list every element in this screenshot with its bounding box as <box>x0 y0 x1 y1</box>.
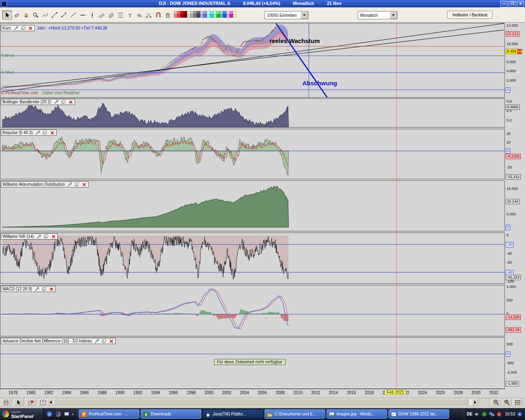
color-swatch[interactable] <box>213 11 217 14</box>
color-swatch[interactable] <box>207 14 210 18</box>
panel-williams-r[interactable] <box>0 233 505 284</box>
color-swatch[interactable] <box>207 11 210 14</box>
text-tool-icon[interactable]: T <box>125 11 135 20</box>
color-swatch[interactable] <box>180 14 184 18</box>
close-panel-icon[interactable] <box>109 339 114 344</box>
color-swatch[interactable] <box>174 11 177 14</box>
taskbar-button[interactable]: PProRealTime.com - ... <box>79 409 139 419</box>
extended-line-tool-icon[interactable] <box>68 11 78 20</box>
taskbar-button[interactable]: images.jpg - Windo... <box>326 409 387 419</box>
firefox-icon[interactable] <box>55 411 61 418</box>
trendline-tool-icon[interactable] <box>50 11 59 20</box>
color-swatch[interactable] <box>210 14 213 18</box>
color-swatch[interactable] <box>226 14 230 18</box>
color-swatch[interactable] <box>233 11 236 14</box>
color-swatch[interactable] <box>230 11 233 14</box>
wrench-icon[interactable] <box>35 130 40 135</box>
close-panel-icon[interactable] <box>51 234 56 239</box>
scroll-right-button[interactable] <box>472 399 479 406</box>
color-swatch[interactable] <box>203 11 207 14</box>
color-swatch[interactable] <box>220 11 223 14</box>
color-swatch[interactable] <box>230 14 233 18</box>
taskbar-button[interactable]: DOW 1986-2011 tar... <box>388 409 449 419</box>
close-panel-icon[interactable] <box>49 287 54 292</box>
panel-macd[interactable] <box>0 285 505 336</box>
color-swatch[interactable] <box>177 14 180 18</box>
disconnect-icon[interactable] <box>26 399 36 406</box>
time-axis[interactable]: 2032203020282026202420222020201820162014… <box>0 389 505 397</box>
color-swatch[interactable] <box>194 14 197 18</box>
pitchfork-tool-icon[interactable] <box>106 11 116 20</box>
duplicate-window-icon[interactable] <box>41 287 47 292</box>
scroll-left-button[interactable] <box>47 399 54 406</box>
indicator-backtest-button[interactable]: Indikator / Backtest <box>447 11 493 19</box>
color-swatch[interactable] <box>210 11 213 14</box>
table-view-icon[interactable] <box>38 399 48 406</box>
print-icon[interactable] <box>1 399 11 406</box>
color-swatch[interactable] <box>223 14 226 18</box>
color-swatch[interactable] <box>187 14 190 18</box>
update-icon[interactable]: ! <box>496 411 502 417</box>
color-swatch[interactable] <box>200 11 203 14</box>
wrench-icon[interactable] <box>53 100 59 105</box>
volume-icon[interactable] <box>474 411 480 417</box>
color-swatch[interactable] <box>226 11 230 14</box>
segment-tool-icon[interactable] <box>59 11 68 20</box>
color-swatch[interactable] <box>200 14 203 18</box>
zoom-out-icon[interactable] <box>491 399 501 406</box>
taskbar-button[interactable]: Java(TM) Platfor... <box>203 409 263 419</box>
color-swatch[interactable] <box>194 11 197 14</box>
price-axis-column[interactable]: 14.00012.31310.0008.450426.0004.0002.000… <box>505 23 525 398</box>
chevron-down-icon[interactable] <box>301 11 308 19</box>
language-indicator[interactable]: DE <box>467 412 472 416</box>
color-swatch[interactable] <box>203 14 207 18</box>
panel-bollinger[interactable] <box>0 98 505 128</box>
color-swatch[interactable] <box>184 11 187 14</box>
pointer-mode-icon[interactable] <box>14 399 23 406</box>
pointer-tool-icon[interactable] <box>2 11 12 20</box>
close-panel-icon[interactable] <box>82 182 87 187</box>
annotation-reeles-wachstum[interactable]: reeles Wachstum <box>269 37 320 44</box>
color-swatch[interactable] <box>217 14 220 18</box>
close-button[interactable]: ✕ <box>517 1 524 7</box>
titlebar[interactable]: DJI - DOW JONES INDUSTRIAL A 8.046,42 (+… <box>0 0 525 7</box>
panel-williams-ad[interactable] <box>0 180 505 231</box>
scissors-tool-icon[interactable] <box>144 11 153 20</box>
antivirus-shield-icon[interactable] <box>482 411 487 417</box>
scrollbar-thumb[interactable] <box>54 399 469 405</box>
close-panel-icon[interactable] <box>50 130 55 135</box>
duplicate-window-icon[interactable] <box>42 130 48 135</box>
wrench-icon[interactable] <box>67 182 72 187</box>
panel-kurs[interactable] <box>0 23 505 98</box>
quick-launch-overflow-chevron[interactable]: » <box>72 412 74 416</box>
color-swatch[interactable] <box>177 11 180 14</box>
taskbar-button[interactable]: Downloads <box>141 409 201 419</box>
freehand-tool-icon[interactable] <box>40 11 50 20</box>
duplicate-window-icon[interactable] <box>74 182 80 187</box>
color-swatch[interactable] <box>213 14 217 18</box>
percent-tool-icon[interactable]: % <box>135 11 144 20</box>
fit-chart-icon[interactable] <box>513 399 523 406</box>
color-swatch[interactable] <box>190 14 194 18</box>
vertical-line-tool-icon[interactable] <box>87 11 97 20</box>
color-swatch[interactable] <box>197 14 200 18</box>
duplicate-window-icon[interactable] <box>101 339 107 344</box>
internet-explorer-icon[interactable]: e <box>46 411 52 418</box>
eraser-tool-icon[interactable] <box>12 11 21 20</box>
tray-show-hidden-icon[interactable] <box>517 411 523 417</box>
wrench-icon[interactable] <box>94 339 99 344</box>
scrollbar-track[interactable] <box>54 399 471 405</box>
parallel-channel-tool-icon[interactable] <box>97 11 106 20</box>
color-swatch[interactable] <box>233 14 236 18</box>
color-swatch[interactable] <box>184 14 187 18</box>
duplicate-window-icon[interactable] <box>21 26 26 31</box>
duplicate-window-icon[interactable] <box>43 234 49 239</box>
fibonacci-tool-icon[interactable] <box>116 11 125 20</box>
wrench-icon[interactable] <box>34 287 39 292</box>
timeframe-dropdown[interactable]: Monatlich <box>358 11 397 19</box>
panel-advance-decline[interactable] <box>0 337 505 389</box>
restore-button[interactable]: ❐ <box>509 1 516 7</box>
annotation-abschwung[interactable]: Abschwung <box>302 80 337 87</box>
wrench-icon[interactable] <box>13 26 18 31</box>
horizontal-line-tool-icon[interactable] <box>78 11 87 20</box>
